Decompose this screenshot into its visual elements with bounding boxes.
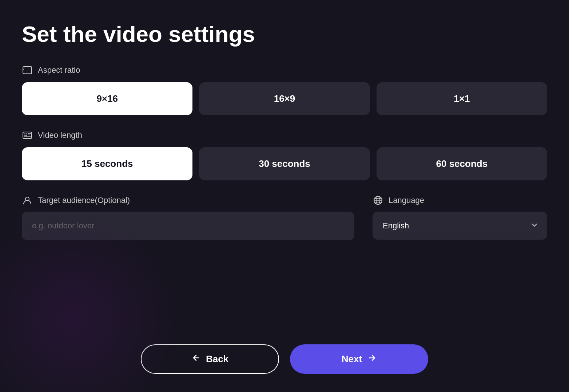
language-select-wrapper: English Spanish French German Chinese Ja… <box>373 212 547 240</box>
aspect-ratio-options: 9×16 16×9 1×1 <box>22 82 547 115</box>
aspect-ratio-section-label: Aspect ratio <box>22 65 547 76</box>
aspect-ratio-9x16-button[interactable]: 9×16 <box>22 82 192 115</box>
aspect-ratio-16x9-button[interactable]: 16×9 <box>199 82 370 115</box>
aspect-ratio-1x1-button[interactable]: 1×1 <box>377 82 547 115</box>
language-group: Language English Spanish French German C… <box>373 195 547 240</box>
video-length-section-label: Video length <box>22 130 547 141</box>
language-select[interactable]: English Spanish French German Chinese Ja… <box>373 212 547 240</box>
back-arrow-icon <box>191 353 201 365</box>
video-length-60s-button[interactable]: 60 seconds <box>377 147 547 180</box>
target-audience-input[interactable] <box>22 212 354 240</box>
target-audience-section-label: Target audience(Optional) <box>22 195 354 206</box>
video-length-options: 15 seconds 30 seconds 60 seconds <box>22 147 547 180</box>
target-audience-label: Target audience(Optional) <box>38 196 130 205</box>
target-audience-icon <box>22 195 33 206</box>
audience-language-row: Target audience(Optional) Language Engli… <box>22 195 547 240</box>
video-length-label: Video length <box>38 131 82 140</box>
video-length-15s-button[interactable]: 15 seconds <box>22 147 192 180</box>
back-button-label: Back <box>206 353 228 365</box>
aspect-ratio-label: Aspect ratio <box>38 65 80 75</box>
aspect-ratio-icon <box>22 65 33 76</box>
language-icon <box>373 195 383 206</box>
video-length-icon <box>22 130 33 141</box>
next-button[interactable]: Next <box>290 344 428 374</box>
back-button[interactable]: Back <box>141 344 279 374</box>
svg-rect-2 <box>24 133 27 135</box>
language-section-label: Language <box>373 195 547 206</box>
target-audience-group: Target audience(Optional) <box>22 195 354 240</box>
language-label: Language <box>389 196 424 205</box>
video-length-30s-button[interactable]: 30 seconds <box>199 147 370 180</box>
bottom-actions: Back Next <box>22 333 547 377</box>
svg-rect-0 <box>23 67 32 74</box>
next-button-label: Next <box>342 353 362 365</box>
next-arrow-icon <box>367 353 377 365</box>
page-title: Set the video settings <box>22 22 547 47</box>
